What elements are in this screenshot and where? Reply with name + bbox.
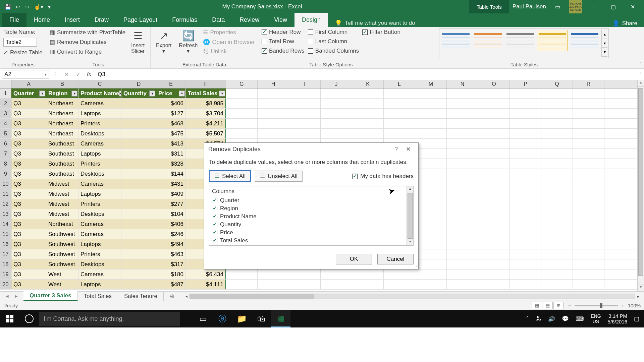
header-row-checkbox[interactable]: Header Row — [262, 28, 305, 36]
language-indicator[interactable]: ENGUS — [591, 313, 601, 324]
cell[interactable] — [258, 119, 289, 128]
cell[interactable]: Northeast — [46, 129, 78, 138]
cell[interactable] — [510, 229, 541, 239]
cell[interactable]: $3,704 — [186, 109, 226, 118]
cell[interactable] — [510, 119, 541, 128]
row-header[interactable]: 9 — [0, 169, 11, 179]
row-header[interactable]: 19 — [0, 269, 11, 279]
cell[interactable]: $277 — [156, 199, 186, 209]
maximize-icon[interactable]: ▢ — [605, 0, 621, 13]
cell[interactable] — [447, 159, 478, 169]
has-headers-checkbox[interactable]: My data has headers — [352, 173, 414, 180]
cell[interactable] — [478, 269, 510, 279]
tab-review[interactable]: Review — [232, 13, 267, 27]
cortana-search[interactable]: I'm Cortana. Ask me anything. — [39, 312, 180, 326]
cell[interactable]: $487 — [156, 280, 186, 289]
cell[interactable]: Desktops — [78, 129, 121, 138]
cell[interactable] — [573, 179, 604, 189]
column-header[interactable]: R — [573, 80, 604, 88]
cell[interactable]: Laptops — [78, 239, 121, 249]
start-button[interactable] — [0, 315, 19, 322]
cell[interactable]: Q3 — [11, 249, 46, 259]
cell[interactable] — [415, 249, 447, 259]
cell[interactable] — [541, 280, 573, 289]
filter-dropdown-icon[interactable]: ▾ — [39, 90, 45, 97]
zoom-level[interactable]: 100% — [628, 303, 641, 308]
action-center-icon[interactable]: 💬 — [562, 315, 569, 322]
column-checkbox-item[interactable]: Region — [209, 204, 413, 213]
cell[interactable]: Northeast — [46, 119, 78, 128]
sheet-nav[interactable]: ◂▸ — [0, 293, 23, 300]
cell[interactable] — [573, 209, 604, 219]
cell[interactable] — [121, 280, 156, 289]
cell[interactable]: $328 — [156, 159, 186, 169]
cell[interactable] — [121, 139, 156, 148]
cell[interactable] — [121, 199, 156, 209]
column-header[interactable]: I — [289, 80, 321, 88]
cell[interactable] — [226, 280, 258, 289]
zoom-out-icon[interactable]: − — [568, 303, 571, 308]
horizontal-scrollbar[interactable]: ◂ ▸ — [183, 294, 641, 299]
cell[interactable]: Q3 — [11, 109, 46, 118]
cell[interactable] — [447, 199, 478, 209]
row-header[interactable]: 7 — [0, 149, 11, 159]
cell[interactable] — [121, 179, 156, 189]
row-header[interactable]: 3 — [0, 109, 11, 118]
cell[interactable]: Q3 — [11, 189, 46, 199]
cell[interactable]: Cameras — [78, 219, 121, 229]
tray-chevron-icon[interactable]: ˄ — [526, 315, 529, 322]
cell[interactable] — [510, 219, 541, 229]
cell[interactable] — [573, 269, 604, 279]
cell[interactable] — [447, 269, 478, 279]
cell[interactable] — [447, 209, 478, 219]
cell[interactable] — [478, 149, 510, 159]
cell[interactable] — [510, 88, 541, 98]
cell[interactable] — [384, 269, 415, 279]
scroll-up-icon[interactable]: ▴ — [602, 30, 607, 39]
cell[interactable] — [415, 209, 447, 219]
table-style-swatch[interactable] — [440, 30, 471, 51]
cell[interactable]: Q3 — [11, 219, 46, 229]
cell[interactable]: Northeast — [46, 109, 78, 118]
cell[interactable]: Cameras — [78, 139, 121, 148]
cell[interactable] — [121, 229, 156, 239]
cell[interactable]: Southeast — [46, 169, 78, 179]
scroll-up-icon[interactable]: ▴ — [638, 80, 644, 87]
column-header[interactable]: H — [258, 80, 289, 88]
column-header[interactable]: E — [156, 80, 186, 88]
cell[interactable]: Q3 — [11, 259, 46, 269]
page-break-view-icon[interactable]: ⊞ — [553, 302, 564, 309]
cell[interactable] — [415, 179, 447, 189]
filter-dropdown-icon[interactable]: ▾ — [219, 90, 225, 97]
cell[interactable] — [289, 129, 321, 138]
cell[interactable] — [573, 280, 604, 289]
total-row-checkbox[interactable]: Total Row — [262, 38, 305, 45]
cell[interactable] — [289, 109, 321, 118]
tab-file[interactable]: File — [2, 13, 26, 27]
cell[interactable] — [510, 129, 541, 138]
cell[interactable] — [321, 269, 352, 279]
column-header[interactable]: B — [46, 80, 78, 88]
cell[interactable] — [321, 119, 352, 128]
cell[interactable]: Cameras — [78, 99, 121, 108]
cell[interactable] — [415, 119, 447, 128]
cell[interactable] — [478, 209, 510, 219]
row-header[interactable]: 10 — [0, 179, 11, 189]
cell[interactable]: $317 — [156, 259, 186, 269]
cell[interactable] — [415, 139, 447, 148]
name-box[interactable]: A2 — [2, 70, 49, 79]
cell[interactable] — [510, 179, 541, 189]
table-styles-gallery[interactable]: ▴▾▾ — [439, 28, 609, 58]
cell[interactable] — [447, 189, 478, 199]
column-checkbox-item[interactable]: Quarter — [209, 196, 413, 204]
cell[interactable]: Q3 — [11, 229, 46, 239]
cell[interactable] — [384, 99, 415, 108]
cell[interactable] — [541, 239, 573, 249]
cell[interactable]: Q3 — [11, 280, 46, 289]
sheet-tab[interactable]: Sales Tenure — [118, 292, 164, 301]
tab-formulas[interactable]: Formulas — [165, 13, 205, 27]
cell[interactable]: Cameras — [78, 179, 121, 189]
cell[interactable]: $180 — [156, 269, 186, 279]
cell[interactable]: $406 — [156, 99, 186, 108]
last-column-checkbox[interactable]: Last Column — [308, 38, 359, 45]
